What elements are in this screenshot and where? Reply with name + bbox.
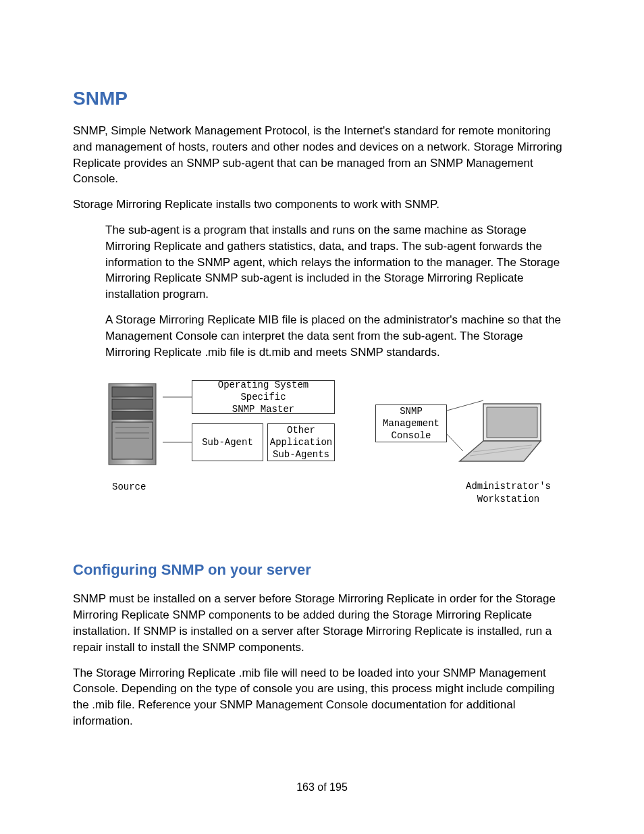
snmp-master-line1: Operating System Specific — [195, 379, 331, 403]
sub-agent-box: Sub-Agent — [192, 423, 263, 461]
other-subagents-box: Other Application Sub-Agents — [267, 423, 335, 461]
section-heading-configuring: Configuring SNMP on your server — [73, 561, 571, 579]
source-label: Source — [112, 481, 146, 492]
intro-paragraph: SNMP, Simple Network Management Protocol… — [73, 123, 571, 187]
other-line3: Sub-Agents — [273, 448, 329, 461]
management-console-box: SNMP Management Console — [375, 405, 447, 442]
config-paragraph-2: The Storage Mirroring Replicate .mib fil… — [73, 665, 571, 729]
snmp-master-line2: SNMP Master — [232, 403, 294, 415]
sub-agent-label: Sub-Agent — [202, 436, 253, 448]
svg-marker-13 — [487, 407, 537, 438]
svg-rect-6 — [112, 399, 153, 409]
page-number: 163 of 195 — [0, 781, 644, 793]
snmp-master-box: Operating System Specific SNMP Master — [192, 380, 335, 414]
page-heading: SNMP — [73, 88, 571, 109]
svg-rect-7 — [112, 411, 153, 419]
components-intro: Storage Mirroring Replicate installs two… — [73, 197, 571, 213]
svg-marker-14 — [460, 441, 541, 461]
snmp-diagram: Operating System Specific SNMP Master Su… — [105, 380, 571, 542]
laptop-icon — [456, 400, 551, 468]
mgmt-line1: SNMP — [400, 405, 423, 417]
admin-workstation-label: Administrator's Workstation — [458, 480, 559, 504]
other-line1: Other — [287, 424, 315, 436]
mgmt-line3: Console — [392, 429, 431, 442]
admin-line1: Administrator's — [466, 481, 551, 492]
server-icon — [105, 380, 163, 468]
svg-rect-5 — [112, 387, 153, 397]
mgmt-line2: Management — [383, 417, 439, 429]
admin-line2: Workstation — [477, 494, 539, 504]
mib-paragraph: A Storage Mirroring Replicate MIB file i… — [105, 312, 571, 360]
config-paragraph-1: SNMP must be installed on a server befor… — [73, 591, 571, 655]
other-line2: Application — [270, 436, 332, 448]
subagent-paragraph: The sub-agent is a program that installs… — [105, 222, 571, 303]
